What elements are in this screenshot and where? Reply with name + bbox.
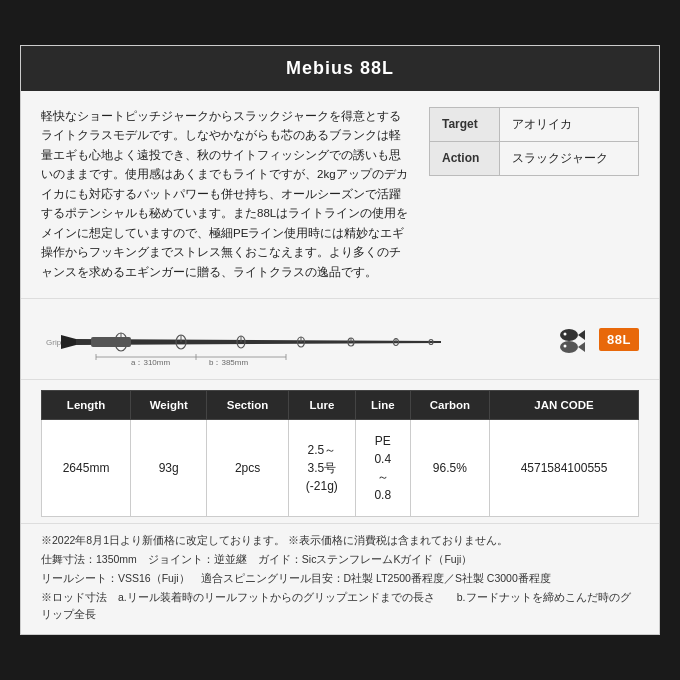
product-description: 軽快なショートピッチジャークからスラックジャークを得意とするライトクラスモデルで… (41, 107, 409, 283)
specs-table: Target アオリイカ Action スラックジャーク (429, 107, 639, 283)
col-jan: JAN CODE (490, 391, 639, 420)
col-line: Line (355, 391, 410, 420)
target-row: Target アオリイカ (429, 107, 639, 142)
cell-line: PE 0.4 ～ 0.8 (355, 420, 410, 517)
action-label: Action (430, 142, 500, 175)
col-section: Section (207, 391, 288, 420)
target-value: アオリイカ (500, 108, 638, 141)
rod-image-area: a：310mm b：385mm Grip 88L (21, 298, 659, 379)
cell-lure: 2.5～ 3.5号 (-21g) (288, 420, 355, 517)
svg-point-30 (564, 345, 567, 348)
table-header-row: Length Weight Section Lure Line Carbon J… (42, 391, 639, 420)
footnote-4: ※ロッド寸法 a.リール装着時のリールフットからのグリップエンドまでの長さ b.… (41, 589, 639, 623)
svg-rect-16 (91, 337, 131, 347)
action-row: Action スラックジャーク (429, 141, 639, 176)
footnote-2: 仕舞寸法：1350mm ジョイント：逆並継 ガイド：SicステンフレームKガイド… (41, 551, 639, 568)
col-length: Length (42, 391, 131, 420)
cell-section: 2pcs (207, 420, 288, 517)
col-weight: Weight (131, 391, 207, 420)
badge-text: 88L (607, 332, 631, 347)
svg-text:a：310mm: a：310mm (131, 358, 170, 367)
content-area: 軽快なショートピッチジャークからスラックジャークを得意とするライトクラスモデルで… (21, 91, 659, 299)
table-row: 2645mm 93g 2pcs 2.5～ 3.5号 (-21g) PE 0.4 … (42, 420, 639, 517)
rod-svg: a：310mm b：385mm Grip (41, 307, 541, 371)
badge-label: 88L (599, 328, 639, 351)
svg-marker-26 (578, 330, 585, 340)
cell-carbon: 96.5% (410, 420, 489, 517)
footnote-1: ※2022年8月1日より新価格に改定しております。 ※表示価格に消費税は含まれて… (41, 532, 639, 549)
description-text: 軽快なショートピッチジャークからスラックジャークを得意とするライトクラスモデルで… (41, 110, 408, 278)
svg-text:Grip: Grip (46, 338, 62, 347)
target-label: Target (430, 108, 500, 141)
svg-point-27 (564, 333, 567, 336)
action-value: スラックジャーク (500, 142, 638, 175)
svg-marker-1 (61, 335, 76, 349)
rod-badge-area: 88L (557, 325, 639, 353)
svg-marker-29 (578, 342, 585, 352)
title-text: Mebius 88L (286, 58, 394, 78)
product-card: Mebius 88L 軽快なショートピッチジャークからスラックジャークを得意とす… (20, 45, 660, 636)
cell-length: 2645mm (42, 420, 131, 517)
svg-point-28 (560, 341, 578, 353)
product-title: Mebius 88L (21, 46, 659, 91)
data-table-section: Length Weight Section Lure Line Carbon J… (21, 379, 659, 523)
col-lure: Lure (288, 391, 355, 420)
cell-jan: 4571584100555 (490, 420, 639, 517)
cell-weight: 93g (131, 420, 207, 517)
specs-data-table: Length Weight Section Lure Line Carbon J… (41, 390, 639, 517)
col-carbon: Carbon (410, 391, 489, 420)
svg-text:b：385mm: b：385mm (209, 358, 248, 367)
svg-point-25 (560, 329, 578, 341)
footnotes: ※2022年8月1日より新価格に改定しております。 ※表示価格に消費税は含まれて… (21, 523, 659, 634)
footnote-3: リールシート：VSS16（Fuji） 適合スピニングリール目安：D社製 LT25… (41, 570, 639, 587)
